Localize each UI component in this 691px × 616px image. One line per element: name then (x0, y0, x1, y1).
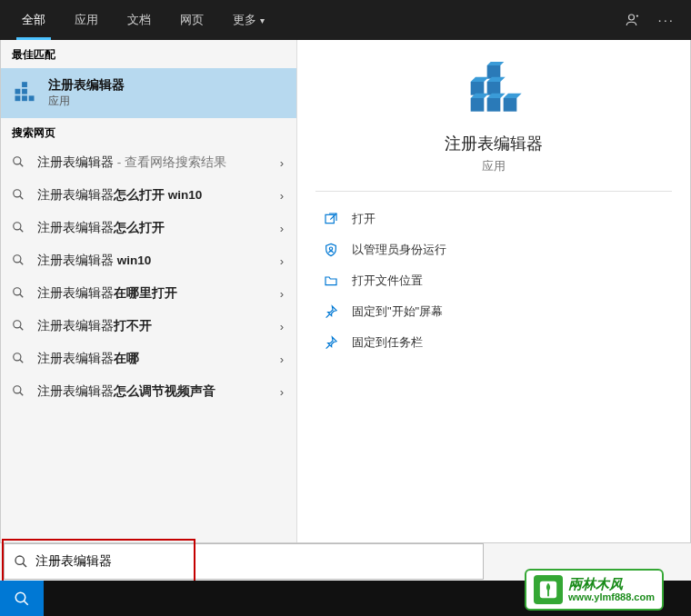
tab-apps[interactable]: 应用 (60, 0, 113, 40)
best-match-item[interactable]: 注册表编辑器 应用 (1, 68, 296, 118)
web-result-text: 注册表编辑器在哪 (37, 351, 139, 367)
svg-line-20 (20, 360, 24, 363)
action-open-location[interactable]: 打开文件位置 (315, 266, 672, 295)
chevron-right-icon: › (280, 320, 284, 333)
pin-start-icon (323, 304, 339, 319)
svg-point-13 (14, 255, 21, 263)
chevron-right-icon: › (280, 156, 284, 170)
svg-point-39 (15, 592, 25, 602)
svg-line-22 (20, 392, 24, 396)
brand-url: www.ylmf888.com (568, 591, 655, 602)
svg-point-36 (329, 247, 332, 250)
search-input[interactable] (35, 554, 474, 569)
tab-label: 网页 (180, 12, 204, 28)
admin-icon (323, 243, 339, 257)
svg-line-8 (20, 164, 24, 167)
chevron-down-icon: ▾ (260, 15, 265, 25)
tab-label: 应用 (75, 12, 98, 28)
action-open[interactable]: 打开 (315, 204, 672, 233)
svg-line-18 (20, 327, 24, 331)
chevron-right-icon: › (280, 385, 284, 399)
chevron-right-icon: › (280, 353, 284, 366)
action-label: 固定到任务栏 (352, 334, 423, 351)
brand-text: 兩林木风 www.ylmf888.com (568, 577, 655, 603)
chevron-right-icon: › (280, 222, 284, 235)
tab-docs[interactable]: 文档 (113, 0, 165, 40)
search-icon (12, 319, 26, 333)
svg-line-12 (20, 229, 24, 233)
web-result-text: 注册表编辑器怎么调节视频声音 (37, 383, 215, 400)
svg-point-15 (14, 288, 21, 295)
svg-line-14 (20, 262, 24, 265)
action-pin-start[interactable]: 固定到"开始"屏幕 (315, 297, 672, 326)
action-label: 打开文件位置 (352, 273, 423, 289)
svg-rect-42 (547, 590, 549, 596)
topbar-actions: ··· (625, 12, 684, 28)
web-result-item[interactable]: 注册表编辑器在哪里打开 › (1, 277, 296, 310)
svg-rect-4 (22, 88, 27, 94)
search-icon (12, 253, 26, 268)
regedit-large-icon (465, 62, 523, 120)
search-icon (12, 221, 26, 235)
svg-rect-3 (29, 95, 35, 101)
preview-header: 注册表编辑器 应用 (315, 40, 672, 192)
svg-line-16 (20, 294, 24, 298)
tab-more[interactable]: 更多▾ (218, 0, 279, 40)
preview-subtitle: 应用 (482, 158, 506, 174)
chevron-right-icon: › (280, 189, 284, 203)
web-result-text: 注册表编辑器打不开 (37, 318, 152, 334)
watermark-brand: 兩林木风 www.ylmf888.com (525, 569, 664, 611)
best-match-text: 注册表编辑器 应用 (48, 77, 125, 109)
pin-taskbar-icon (323, 335, 339, 350)
tab-all[interactable]: 全部 (7, 0, 60, 40)
regedit-icon (12, 81, 37, 106)
web-result-text: 注册表编辑器 win10 (37, 253, 151, 269)
preview-title: 注册表编辑器 (445, 133, 543, 154)
search-icon (12, 384, 26, 399)
svg-point-17 (14, 321, 21, 328)
preview-panel: 注册表编辑器 应用 打开 以管理员身份运行 打开文件位置 固定到"开始"屏幕 (297, 40, 690, 542)
search-box[interactable] (4, 543, 484, 580)
taskbar-search-button[interactable] (0, 581, 44, 616)
svg-point-11 (14, 223, 21, 230)
web-result-item[interactable]: 注册表编辑器 - 查看网络搜索结果 › (1, 146, 296, 179)
svg-marker-34 (487, 62, 506, 65)
svg-point-7 (14, 157, 21, 164)
best-match-subtitle: 应用 (48, 94, 125, 109)
chevron-right-icon: › (280, 254, 284, 268)
results-left-panel: 最佳匹配 注册表编辑器 应用 搜索网页 注册表编辑器 - 查看网络搜索结果 › … (1, 40, 297, 542)
tab-web[interactable]: 网页 (165, 0, 218, 40)
svg-marker-33 (471, 77, 489, 82)
web-result-item[interactable]: 注册表编辑器在哪 › (1, 343, 296, 375)
action-pin-taskbar[interactable]: 固定到任务栏 (315, 328, 672, 357)
svg-line-38 (23, 563, 26, 567)
svg-rect-28 (487, 65, 501, 79)
open-icon (323, 212, 339, 226)
web-result-item[interactable]: 注册表编辑器怎么打开 win10 › (1, 179, 296, 212)
svg-rect-35 (325, 214, 334, 223)
web-result-item[interactable]: 注册表编辑器 win10 › (1, 244, 296, 277)
web-result-item[interactable]: 注册表编辑器怎么打开 › (1, 212, 296, 244)
search-icon (12, 352, 26, 366)
web-result-text: 注册表编辑器怎么打开 (37, 220, 165, 236)
search-results-container: 最佳匹配 注册表编辑器 应用 搜索网页 注册表编辑器 - 查看网络搜索结果 › … (0, 40, 691, 543)
actions-list: 打开 以管理员身份运行 打开文件位置 固定到"开始"屏幕 固定到任务栏 (297, 192, 690, 370)
svg-rect-1 (15, 95, 21, 101)
web-results-header: 搜索网页 (1, 118, 296, 146)
more-options-icon[interactable]: ··· (657, 12, 675, 28)
bottom-area: 兩林木风 www.ylmf888.com (0, 543, 691, 616)
web-result-text: 注册表编辑器怎么打开 win10 (37, 187, 202, 204)
svg-rect-23 (471, 98, 485, 112)
web-result-item[interactable]: 注册表编辑器怎么调节视频声音 › (1, 375, 296, 408)
brand-logo-icon (534, 575, 563, 604)
action-label: 以管理员身份运行 (352, 242, 446, 258)
svg-rect-6 (22, 82, 27, 87)
brand-name: 兩林木风 (568, 577, 655, 592)
action-run-admin[interactable]: 以管理员身份运行 (315, 235, 672, 264)
feedback-icon[interactable] (625, 12, 641, 28)
chevron-right-icon: › (280, 287, 284, 301)
top-tabs-bar: 全部 应用 文档 网页 更多▾ ··· (0, 0, 691, 40)
svg-marker-31 (504, 94, 522, 98)
action-label: 固定到"开始"屏幕 (352, 303, 443, 320)
web-result-item[interactable]: 注册表编辑器打不开 › (1, 310, 296, 343)
